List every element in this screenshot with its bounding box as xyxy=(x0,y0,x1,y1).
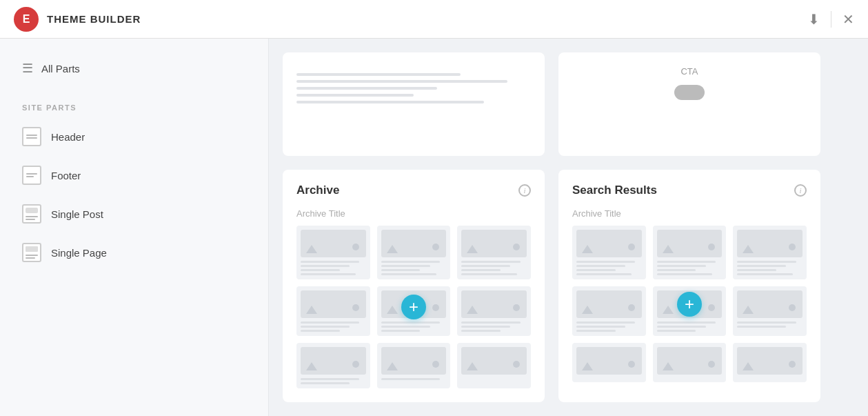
single-page-label: Single Page xyxy=(51,247,107,259)
grid-item-7 xyxy=(296,343,370,388)
grid-item-4 xyxy=(296,286,370,336)
grid-line-3-3 xyxy=(461,269,501,271)
grid-lines-1 xyxy=(301,261,366,275)
topbar-divider xyxy=(831,11,831,28)
sr-line-6-1 xyxy=(737,321,796,324)
sr-grid-item-6 xyxy=(733,286,807,336)
cta-toggle[interactable] xyxy=(674,85,705,100)
grid-line-4-3 xyxy=(301,330,340,332)
grid-img-7 xyxy=(301,347,366,375)
sr-grid-lines-5 xyxy=(657,321,723,332)
grid-line-4-2 xyxy=(301,326,350,328)
grid-lines-3 xyxy=(461,261,527,275)
sidebar-item-footer[interactable]: Footer xyxy=(0,156,268,195)
download-icon[interactable]: ⬇ xyxy=(808,11,820,28)
grid-lines-8 xyxy=(381,378,447,380)
grid-line-4-1 xyxy=(301,321,359,324)
grid-line-7-2 xyxy=(301,382,350,384)
sr-grid-img-1 xyxy=(576,230,642,257)
all-parts-label: All Parts xyxy=(41,63,80,75)
sr-line-2-2 xyxy=(657,265,706,267)
footer-icon xyxy=(22,166,41,185)
grid-line-7-1 xyxy=(301,378,359,380)
sr-line-4-2 xyxy=(576,326,625,328)
archive-card: Archive i Archive Title xyxy=(283,170,545,402)
sr-grid-lines-4 xyxy=(576,321,642,332)
partial-line-4 xyxy=(296,94,414,97)
sidebar-all-parts[interactable]: ☰ All Parts xyxy=(0,55,268,81)
grid-item-1 xyxy=(296,226,370,279)
search-results-grid: + xyxy=(572,226,807,382)
page-icon-line-1 xyxy=(26,255,38,256)
grid-line-8-1 xyxy=(381,378,440,380)
archive-title-label: Archive Title xyxy=(296,208,531,219)
sr-grid-lines-3 xyxy=(737,261,803,275)
grid-lines-5 xyxy=(381,321,447,332)
search-results-add-button[interactable]: + xyxy=(677,292,702,317)
cta-label: CTA xyxy=(680,66,698,77)
cards-row: Archive i Archive Title xyxy=(269,156,868,416)
grid-line-2-1 xyxy=(381,261,440,263)
partial-card-left xyxy=(283,52,545,156)
grid-lines-4 xyxy=(301,321,366,332)
partial-line-3 xyxy=(296,87,437,90)
topbar-title: THEME BUILDER xyxy=(47,13,141,25)
grid-line-3-2 xyxy=(461,265,510,267)
sr-line-3-1 xyxy=(737,261,796,263)
header-icon-lines xyxy=(26,135,37,139)
sidebar: ☰ All Parts SITE PARTS Header Footer xyxy=(0,39,269,416)
sidebar-item-single-post[interactable]: Single Post xyxy=(0,195,268,233)
grid-line-5-3 xyxy=(381,330,421,332)
search-results-card-header: Search Results i xyxy=(572,184,807,197)
sr-line-3-3 xyxy=(737,269,776,271)
grid-lines-2 xyxy=(381,261,447,275)
header-icon xyxy=(22,127,41,146)
pi-line-3 xyxy=(26,219,35,220)
sr-grid-item-8 xyxy=(653,343,727,382)
sr-line-3-2 xyxy=(737,265,786,267)
close-icon[interactable]: ✕ xyxy=(842,11,854,28)
sr-grid-img-2 xyxy=(657,230,723,257)
post-icon-inner xyxy=(26,208,38,220)
page-icon-inner xyxy=(26,246,38,259)
sr-line-5-1 xyxy=(657,321,716,324)
sr-grid-img-4 xyxy=(576,290,642,318)
search-results-info-icon[interactable]: i xyxy=(794,184,807,197)
sr-line-5-3 xyxy=(657,330,696,332)
topbar: E THEME BUILDER ⬇ ✕ xyxy=(0,0,868,39)
grid-lines-6 xyxy=(461,321,527,332)
sr-grid-img-6 xyxy=(737,290,803,318)
header-line-1 xyxy=(26,135,37,136)
sr-grid-lines-1 xyxy=(576,261,642,275)
grid-line-6-1 xyxy=(461,321,520,324)
single-post-icon xyxy=(22,204,41,224)
sr-line-2-1 xyxy=(657,261,716,263)
page-icon-line-2 xyxy=(26,257,35,259)
archive-grid: + xyxy=(296,226,531,388)
archive-card-title: Archive xyxy=(296,184,339,197)
partial-top-row: CTA xyxy=(269,39,868,156)
content-area[interactable]: CTA Archive i Archive Title xyxy=(269,39,868,416)
sr-grid-item-9 xyxy=(733,343,807,382)
partial-card-left-lines xyxy=(296,73,531,103)
grid-line-2-2 xyxy=(381,265,430,267)
sidebar-item-header[interactable]: Header xyxy=(0,117,268,156)
grid-line-2-4 xyxy=(381,273,436,275)
archive-add-button[interactable]: + xyxy=(401,295,426,319)
cta-label-row: CTA xyxy=(572,66,807,77)
archive-card-header: Archive i xyxy=(296,184,531,197)
archive-info-icon[interactable]: i xyxy=(518,184,531,197)
partial-line-2 xyxy=(296,80,507,83)
sidebar-item-single-page[interactable]: Single Page xyxy=(0,233,268,272)
grid-line-1-3 xyxy=(301,269,340,271)
sr-grid-item-4 xyxy=(572,286,646,336)
pi-line-2 xyxy=(26,216,38,217)
partial-line-1 xyxy=(296,73,461,76)
partial-card-right: CTA xyxy=(558,52,820,156)
grid-item-9 xyxy=(457,343,531,388)
grid-line-5-1 xyxy=(381,321,440,324)
grid-img-9 xyxy=(461,347,527,375)
sr-grid-lines-6 xyxy=(737,321,803,328)
partial-line-5 xyxy=(296,101,484,103)
grid-item-6 xyxy=(457,286,531,336)
